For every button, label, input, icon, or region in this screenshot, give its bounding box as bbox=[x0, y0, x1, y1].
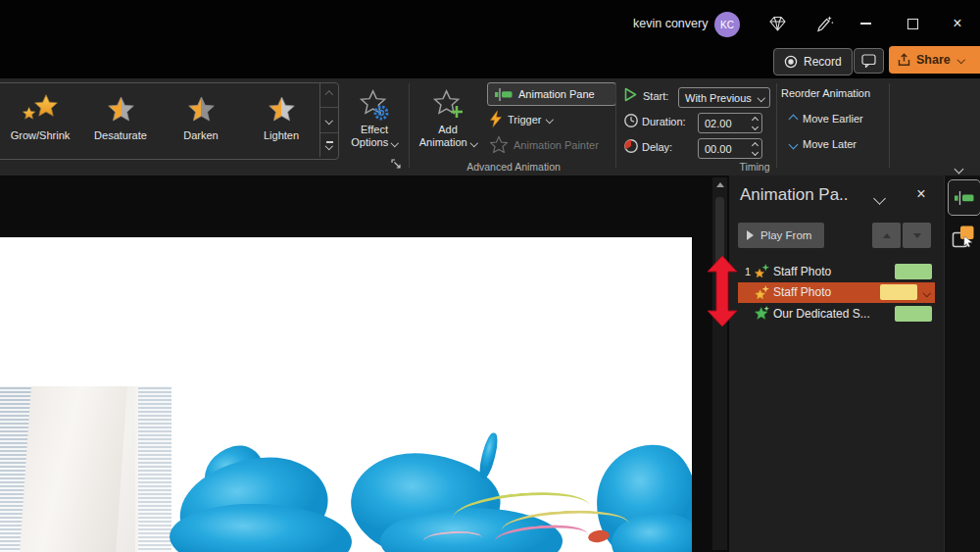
account-user-name[interactable]: kevin convery bbox=[633, 17, 708, 30]
share-label: Share bbox=[916, 53, 951, 67]
delay-spinner[interactable]: 00.00 bbox=[698, 138, 762, 159]
scrollbar-up-icon[interactable] bbox=[716, 182, 724, 187]
sparkle-pen-icon[interactable] bbox=[809, 11, 839, 36]
desaturate-star-icon bbox=[108, 92, 134, 125]
animation-list-item[interactable]: Our Dedicated S... bbox=[738, 303, 935, 325]
minimize-button[interactable] bbox=[851, 10, 880, 37]
record-icon bbox=[784, 55, 798, 69]
move-earlier-icon bbox=[789, 114, 799, 124]
record-button[interactable]: Record bbox=[773, 48, 853, 75]
title-bar: kevin convery KC × bbox=[0, 0, 980, 78]
move-later-button[interactable]: Move Later bbox=[790, 138, 857, 150]
play-from-label: Play From bbox=[760, 229, 811, 241]
grow-shrink-stars-icon bbox=[21, 92, 60, 125]
reorder-animation-heading: Reorder Animation bbox=[781, 87, 870, 99]
timing-bar[interactable] bbox=[895, 264, 932, 279]
move-earlier-label: Move Earlier bbox=[803, 113, 863, 125]
scroll-up-icon bbox=[325, 91, 333, 99]
premium-diamond-icon[interactable] bbox=[762, 11, 792, 36]
delay-value: 00.00 bbox=[699, 143, 748, 155]
effect-options-dropdown-icon bbox=[391, 139, 399, 147]
pane-close-button[interactable]: × bbox=[909, 182, 933, 206]
window-photo[interactable] bbox=[0, 386, 169, 552]
start-play-icon bbox=[624, 87, 637, 106]
window-pane-right bbox=[135, 386, 172, 552]
minimize-icon bbox=[860, 23, 871, 25]
appear-star-icon bbox=[755, 306, 769, 321]
animation-pane-title: Animation Pa.. bbox=[740, 185, 849, 205]
animation-painter-button[interactable]: Animation Painter bbox=[490, 136, 599, 153]
pen-glyph bbox=[814, 15, 834, 33]
record-label: Record bbox=[804, 55, 842, 69]
add-animation-label-line1: Add bbox=[438, 124, 458, 136]
gallery-item-label: Darken bbox=[183, 129, 218, 141]
close-icon: × bbox=[953, 15, 961, 32]
ribbon-animations-tab: Grow/Shrink Desaturate Darken bbox=[0, 78, 980, 176]
add-animation-label-line2: Animation bbox=[419, 136, 467, 149]
gallery-more-chevron-icon bbox=[325, 142, 333, 150]
duration-label: Duration: bbox=[642, 116, 686, 127]
item-dropdown-icon[interactable] bbox=[922, 288, 930, 296]
slide[interactable] bbox=[0, 237, 692, 552]
animation-item-label: Staff Photo bbox=[773, 265, 891, 278]
emphasis-star-icon bbox=[755, 264, 769, 278]
avatar[interactable]: KC bbox=[714, 12, 740, 37]
collapse-ribbon-button[interactable] bbox=[956, 159, 962, 176]
gallery-item-desaturate[interactable]: Desaturate bbox=[82, 84, 159, 155]
animation-pane-label: Animation Pane bbox=[518, 88, 595, 100]
share-dropdown-icon bbox=[957, 56, 965, 64]
emphasis-star-icon bbox=[755, 285, 769, 300]
animation-item-label: Staff Photo bbox=[773, 285, 876, 299]
timing-group-label: Timing bbox=[686, 161, 823, 173]
move-later-label: Move Later bbox=[803, 138, 857, 150]
timing-bar[interactable] bbox=[895, 306, 932, 322]
duration-spinner[interactable]: 02.00 bbox=[698, 113, 762, 133]
close-button[interactable]: × bbox=[943, 10, 972, 37]
start-dropdown[interactable]: With Previous bbox=[678, 87, 770, 108]
pane-move-down-button[interactable] bbox=[903, 223, 931, 248]
gallery-item-lighten[interactable]: Lighten bbox=[243, 84, 319, 155]
add-animation-button[interactable]: Add Animation bbox=[412, 84, 484, 149]
powerpoint-window: kevin convery KC × bbox=[0, 0, 980, 552]
animation-pane-icon bbox=[495, 88, 513, 101]
duration-clock-icon bbox=[623, 113, 639, 132]
effect-options-button[interactable]: Effect Options bbox=[343, 84, 406, 149]
effect-options-icon bbox=[357, 88, 392, 124]
animation-list-item[interactable]: 1 Staff Photo bbox=[738, 261, 935, 282]
pane-menu-chevron-icon[interactable] bbox=[873, 192, 886, 205]
slide-vertical-scrollbar[interactable] bbox=[712, 177, 727, 550]
animation-pane-strip-button[interactable] bbox=[948, 179, 980, 216]
gallery-scroll-down-button[interactable] bbox=[320, 108, 338, 132]
effect-options-label-line2: Options bbox=[351, 136, 388, 149]
delay-down-icon[interactable] bbox=[751, 148, 758, 155]
timing-bar[interactable] bbox=[880, 284, 917, 300]
trigger-lightning-icon bbox=[490, 111, 502, 127]
trigger-button[interactable]: Trigger bbox=[490, 111, 553, 127]
gallery-item-label: Lighten bbox=[264, 129, 299, 141]
play-from-button[interactable]: Play From bbox=[738, 223, 824, 248]
comments-button[interactable] bbox=[854, 48, 884, 74]
gallery-more-button[interactable] bbox=[320, 133, 338, 157]
move-earlier-button[interactable]: Move Earlier bbox=[790, 113, 863, 125]
animation-pane-toggle-button[interactable]: Animation Pane bbox=[487, 82, 616, 106]
trigger-dropdown-icon bbox=[546, 116, 554, 124]
animation-list-item-selected[interactable]: Staff Photo bbox=[738, 282, 935, 304]
gallery-item-darken[interactable]: Darken bbox=[163, 84, 239, 155]
gallery-scroll-controls bbox=[319, 83, 338, 157]
collapse-ribbon-icon bbox=[955, 165, 964, 175]
gallery-scroll-up-button[interactable] bbox=[320, 83, 338, 108]
gallery-item-grow-shrink[interactable]: Grow/Shrink bbox=[2, 84, 78, 155]
animation-pane-strip-icon bbox=[955, 191, 974, 205]
move-up-icon bbox=[883, 233, 891, 238]
pane-move-up-button[interactable] bbox=[872, 223, 901, 248]
diamond-glyph bbox=[768, 15, 787, 32]
duration-down-icon[interactable] bbox=[751, 123, 758, 129]
add-animation-icon bbox=[430, 88, 466, 124]
restore-button[interactable] bbox=[898, 10, 927, 37]
play-icon bbox=[747, 230, 754, 240]
advanced-animation-group-label: Advanced Animation bbox=[419, 161, 608, 173]
share-button[interactable]: Share bbox=[889, 46, 980, 74]
designer-pane-strip-button[interactable] bbox=[951, 224, 977, 250]
animation-dialog-launcher[interactable] bbox=[391, 156, 404, 169]
duration-value: 02.00 bbox=[699, 118, 748, 129]
